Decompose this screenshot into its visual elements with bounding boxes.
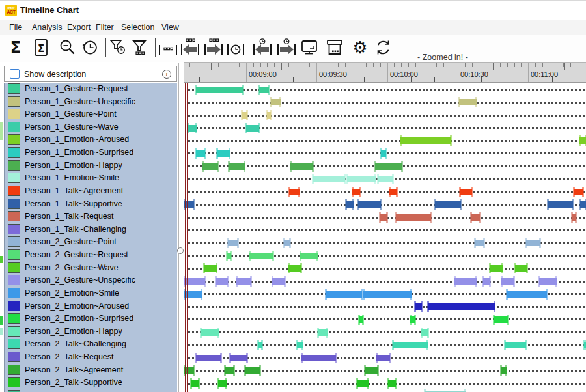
info-icon[interactable]: i [162, 70, 171, 79]
event-bar[interactable] [396, 214, 431, 221]
event-bar[interactable] [246, 125, 259, 132]
event-bar[interactable] [494, 316, 508, 323]
track-row[interactable]: Person_1_Gesture~Point [5, 108, 177, 121]
event-bar[interactable] [297, 342, 303, 348]
event-bar[interactable] [378, 176, 393, 182]
event-bar[interactable] [459, 99, 477, 105]
track-row[interactable]: Person_2_Emotion~Happy [5, 326, 177, 339]
track-row[interactable]: Person_2_Gesture~Point [5, 236, 177, 249]
event-bar[interactable] [490, 265, 503, 272]
toolbar-history-icon[interactable] [80, 36, 102, 59]
event-bar[interactable] [526, 240, 540, 246]
event-bar[interactable] [267, 112, 271, 119]
splitter[interactable] [178, 63, 179, 392]
menu-view[interactable]: View [159, 20, 182, 35]
track-row[interactable]: Person_1_Emotion~Surprised [5, 147, 177, 160]
event-bar[interactable] [400, 137, 451, 144]
event-bar[interactable] [475, 240, 484, 246]
event-bar[interactable] [242, 112, 247, 119]
track-row[interactable]: Person_1_Talk~Supportive [5, 198, 177, 211]
toolbar-filter-time-icon[interactable] [108, 36, 130, 59]
event-bar[interactable] [216, 278, 228, 285]
track-row[interactable]: Person_2_Talk~Supportive [5, 376, 177, 389]
track-row[interactable]: Person_1_Gesture~Unspecific [5, 96, 177, 109]
event-bar[interactable] [218, 380, 227, 387]
event-bar[interactable] [204, 265, 217, 272]
event-bar[interactable] [572, 214, 576, 221]
event-bar[interactable] [188, 125, 197, 132]
toolbar-sum-icon[interactable]: Σ [6, 36, 28, 59]
menu-export[interactable]: Export [64, 20, 93, 35]
event-bar[interactable] [225, 367, 234, 374]
event-bar[interactable] [501, 367, 507, 374]
track-row[interactable]: Person_2_Talk~Challenging [5, 338, 177, 351]
event-bar[interactable] [347, 176, 376, 182]
event-bar[interactable] [376, 355, 390, 361]
track-row[interactable]: Person_2_Emotion~Smile [5, 287, 177, 300]
track-row[interactable]: Person_2_Gesture~Request [5, 249, 177, 262]
event-bar[interactable] [574, 189, 583, 195]
menu-analysis[interactable]: Analysis [29, 20, 65, 35]
event-bar[interactable] [539, 278, 557, 285]
event-bar[interactable] [229, 163, 245, 170]
menu-selection[interactable]: Selection [119, 20, 157, 35]
event-bar[interactable] [184, 201, 194, 208]
event-bar[interactable] [580, 201, 586, 208]
event-bar[interactable] [393, 342, 428, 348]
event-bar[interactable] [259, 87, 269, 93]
event-bar[interactable] [428, 303, 495, 310]
track-list[interactable]: Person_1_Gesture~RequestPerson_1_Gesture… [4, 83, 177, 392]
event-bar[interactable] [228, 240, 238, 246]
event-bar[interactable] [346, 201, 354, 208]
event-bar[interactable] [272, 278, 285, 285]
event-bar[interactable] [389, 189, 397, 195]
event-bar[interactable] [236, 278, 251, 285]
toolbar-prev-time-icon[interactable] [251, 36, 273, 59]
event-bar[interactable] [300, 253, 318, 259]
time-ruler[interactable]: 00:09:0000:09:3000:10:0000:10:3000:11:00 [184, 62, 586, 83]
track-row[interactable]: Person_1_Emotion~Aroused [5, 133, 177, 147]
event-bar[interactable] [284, 240, 290, 246]
event-bar[interactable] [301, 355, 336, 361]
event-bar[interactable] [579, 137, 586, 144]
track-row[interactable]: Person_2_Talk~Agreement [5, 364, 177, 377]
track-row[interactable]: Person_2_Emotion~Surprised [5, 313, 177, 326]
toolbar-next-time-icon[interactable] [275, 36, 298, 59]
track-row[interactable]: Person_1_Talk~Agreement [5, 185, 177, 198]
event-bar[interactable] [375, 163, 402, 170]
event-bar[interactable] [196, 355, 221, 361]
event-bar[interactable] [357, 380, 369, 387]
event-bar[interactable] [483, 278, 490, 285]
show-description-checkbox[interactable] [10, 69, 20, 79]
event-bar[interactable] [227, 253, 231, 259]
track-row[interactable]: Person_1_Talk~Challenging [5, 223, 177, 236]
event-bar[interactable] [196, 150, 205, 157]
splitter-handle[interactable] [177, 247, 184, 254]
event-bar[interactable] [289, 189, 300, 195]
toolbar-monitor-icon[interactable] [300, 36, 322, 59]
track-row[interactable]: Person_1_Emotion~Smile [5, 172, 177, 185]
event-bar[interactable] [365, 367, 378, 374]
toolbar-next-event-icon[interactable] [202, 36, 225, 59]
toolbar-time-marker-icon[interactable] [225, 36, 247, 59]
toolbar-prev-event-icon[interactable] [179, 36, 201, 59]
event-bar[interactable] [421, 329, 428, 336]
event-bar[interactable] [290, 163, 313, 170]
event-bar[interactable] [435, 201, 461, 208]
track-row[interactable]: Person_2_Gesture~Unspecific [5, 274, 177, 287]
track-row[interactable]: Person_1_Gesture~Request [5, 83, 177, 96]
event-bar[interactable] [471, 214, 480, 221]
toolbar-filter-icon[interactable] [130, 36, 152, 59]
event-bar[interactable] [507, 291, 547, 298]
event-bar[interactable] [184, 367, 194, 374]
track-row[interactable]: Person_1_Emotion~Happy [5, 160, 177, 173]
track-row[interactable]: Person_2_Emotion~Aroused [5, 300, 177, 313]
event-bar[interactable] [196, 87, 243, 93]
event-bar[interactable] [415, 303, 422, 310]
event-bar[interactable] [388, 380, 396, 387]
event-bar[interactable] [501, 278, 514, 285]
event-bar[interactable] [326, 291, 362, 298]
track-row[interactable]: Person_1_Gesture~Wave [5, 121, 177, 134]
event-bar[interactable] [217, 150, 230, 157]
event-bar[interactable] [359, 316, 363, 323]
